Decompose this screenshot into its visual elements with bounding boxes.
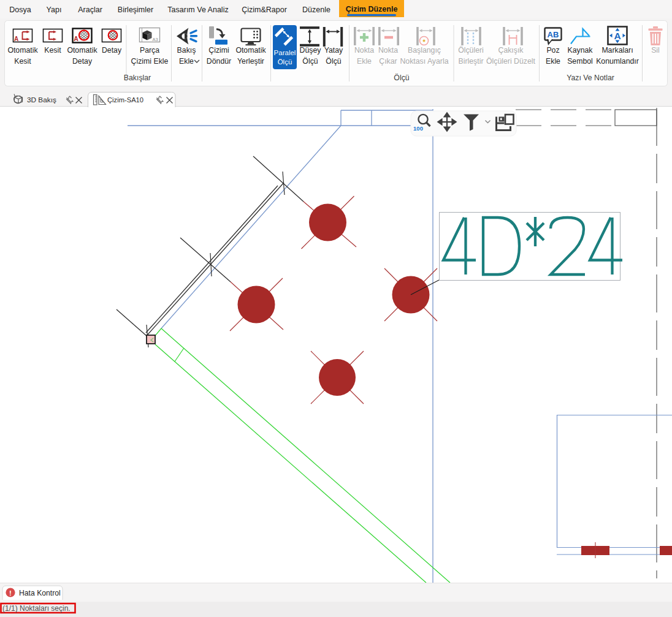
- svg-text:Tasarım Ve Analiz: Tasarım Ve Analiz: [167, 6, 228, 14]
- svg-text:Otomatik: Otomatik: [67, 46, 97, 55]
- svg-text:Yatay: Yatay: [324, 46, 343, 55]
- svg-text:Sembol: Sembol: [567, 57, 593, 66]
- svg-text:Kaynak: Kaynak: [567, 46, 593, 55]
- svg-text:Bakışlar: Bakışlar: [124, 74, 151, 82]
- svg-text:Düzenle: Düzenle: [302, 6, 330, 14]
- svg-text:Ekle: Ekle: [546, 57, 560, 66]
- svg-text:Parça: Parça: [140, 46, 159, 55]
- svg-text:Birleştir: Birleştir: [459, 57, 484, 66]
- svg-text:Yazı Ve Notlar: Yazı Ve Notlar: [567, 74, 614, 82]
- svg-text:Ölçü: Ölçü: [278, 58, 292, 66]
- svg-text:Ölçüleri Düzelt: Ölçüleri Düzelt: [486, 57, 536, 66]
- svg-text:Otomatik: Otomatik: [7, 46, 38, 55]
- svg-text:Başlangıç: Başlangıç: [408, 46, 441, 55]
- svg-text:Markaları: Markaları: [601, 46, 633, 55]
- svg-text:Yapı: Yapı: [47, 6, 62, 14]
- svg-text:Konumlandır: Konumlandır: [596, 57, 639, 66]
- svg-text:Döndür: Döndür: [207, 57, 231, 66]
- svg-text:Kesit: Kesit: [44, 46, 61, 55]
- svg-text:Poz: Poz: [546, 46, 559, 55]
- svg-text:Çizim-SA10: Çizim-SA10: [107, 96, 143, 104]
- svg-text:Yerleştir: Yerleştir: [237, 57, 264, 66]
- svg-text:Otomatik: Otomatik: [235, 46, 266, 55]
- svg-text:Ölçü: Ölçü: [394, 74, 409, 82]
- svg-text:Ölçü: Ölçü: [302, 57, 318, 66]
- svg-text:Düşey: Düşey: [300, 46, 322, 55]
- svg-text:A: A: [614, 31, 620, 41]
- svg-text:Ölçüleri: Ölçüleri: [458, 46, 484, 55]
- svg-text:Paralel: Paralel: [274, 49, 296, 56]
- svg-text:Detay: Detay: [102, 46, 122, 55]
- svg-text:A3: A3: [152, 37, 158, 42]
- svg-text:Hata Kontrol: Hata Kontrol: [19, 589, 61, 597]
- svg-text:Sil: Sil: [651, 46, 660, 55]
- svg-text:Dosya: Dosya: [9, 6, 31, 14]
- svg-text:Çakışık: Çakışık: [498, 46, 524, 55]
- svg-text:3D Bakış: 3D Bakış: [27, 96, 56, 104]
- svg-text:Çizim Düzenle: Çizim Düzenle: [346, 5, 398, 13]
- svg-text:Noktası Ayarla: Noktası Ayarla: [400, 57, 448, 66]
- svg-text:!: !: [9, 589, 12, 597]
- svg-text:AB: AB: [548, 30, 559, 39]
- svg-text:A: A: [74, 35, 78, 42]
- svg-text:Detay: Detay: [72, 57, 93, 66]
- svg-text:Araçlar: Araçlar: [78, 6, 102, 14]
- svg-text:A: A: [14, 36, 18, 42]
- svg-text:Ekle​: Ekle​: [179, 57, 194, 66]
- svg-text:Ölçü: Ölçü: [326, 57, 341, 66]
- svg-text:Nokta: Nokta: [354, 46, 374, 55]
- svg-text:100: 100: [413, 125, 423, 132]
- svg-text:Kesit: Kesit: [14, 57, 31, 66]
- svg-text:Çizimi: Çizimi: [208, 46, 229, 55]
- svg-text:Bakış: Bakış: [177, 46, 196, 55]
- svg-text:Çizim&Rapor: Çizim&Rapor: [242, 6, 287, 14]
- svg-text:(1/1) Noktaları seçin.: (1/1) Noktaları seçin.: [2, 604, 71, 613]
- svg-text:Çıkar: Çıkar: [379, 57, 397, 66]
- svg-text:Ekle: Ekle: [357, 57, 372, 66]
- svg-text:Birleşimler: Birleşimler: [118, 6, 153, 14]
- svg-text:Çizimi Ekle: Çizimi Ekle: [131, 57, 169, 66]
- svg-text:Nokta: Nokta: [378, 46, 398, 55]
